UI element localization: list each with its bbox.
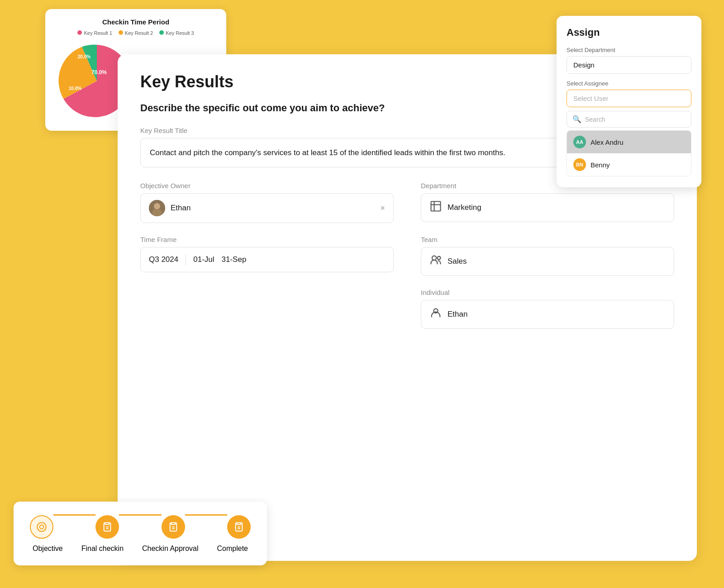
workflow-step-complete[interactable] <box>227 515 251 539</box>
svg-rect-17 <box>171 522 175 524</box>
team-icon <box>429 254 442 269</box>
step-label-complete: Complete <box>217 545 248 553</box>
team-input[interactable]: Sales <box>421 247 674 276</box>
dept-field-label: Select Department <box>567 47 691 53</box>
individual-label: Individual <box>421 289 674 296</box>
legend-kr3: Key Result 3 <box>159 30 194 36</box>
timeframe-divider <box>186 254 186 265</box>
timeframe-start: 01-Jul <box>193 255 214 264</box>
objective-owner-clear[interactable]: × <box>380 204 385 213</box>
team-label: Team <box>421 236 674 243</box>
assignee-field-label: Select Assignee <box>567 80 691 87</box>
individual-field: Individual Ethan <box>421 289 674 329</box>
user-option-benny[interactable]: BN Benny <box>567 153 691 176</box>
select-placeholder: Select User <box>573 95 609 102</box>
svg-text:10.0%: 10.0% <box>69 86 81 91</box>
search-box[interactable]: 🔍 Search <box>567 111 691 128</box>
svg-text:70.0%: 70.0% <box>91 69 107 76</box>
dept-input[interactable] <box>567 56 691 74</box>
svg-point-10 <box>438 256 441 260</box>
objective-step-circle <box>30 515 53 539</box>
step-line-1 <box>53 514 95 516</box>
workflow-step-checkin[interactable] <box>95 515 119 539</box>
step-line-2 <box>119 514 161 516</box>
workflow-step-approval[interactable] <box>162 515 185 539</box>
user-avatar-aa: AA <box>573 136 586 148</box>
assignee-select[interactable]: Select User <box>567 90 691 107</box>
pie-chart-title: Checkin Time Period <box>56 18 215 26</box>
svg-point-5 <box>152 209 162 216</box>
individual-value: Ethan <box>448 310 467 319</box>
approval-step-circle <box>162 515 185 539</box>
team-value: Sales <box>448 257 467 266</box>
step-label-objective: Objective <box>33 545 63 553</box>
department-input[interactable]: Marketing <box>421 193 674 222</box>
complete-step-circle <box>227 515 251 539</box>
svg-point-13 <box>40 525 44 529</box>
pie-legend: Key Result 1 Key Result 2 Key Result 3 <box>56 30 215 36</box>
objective-owner-input[interactable]: Ethan × <box>140 193 394 223</box>
svg-rect-14 <box>105 522 110 524</box>
svg-point-4 <box>154 203 160 209</box>
step-label-approval: Checkin Approval <box>142 545 199 553</box>
workflow-card: Objective Final checkin Checkin Approval… <box>14 502 267 565</box>
user-avatar-bn: BN <box>573 158 586 171</box>
timeframe-end: 31-Sep <box>222 255 247 264</box>
objective-owner-label: Objective Owner <box>140 182 394 190</box>
timeframe-field: Time Frame Q3 2024 01-Jul 31-Sep <box>140 236 394 276</box>
individual-input[interactable]: Ethan <box>421 300 674 329</box>
step-line-3 <box>185 514 227 516</box>
legend-kr2: Key Result 2 <box>119 30 153 36</box>
svg-rect-20 <box>237 522 241 524</box>
avatar <box>149 200 165 216</box>
svg-point-12 <box>37 522 46 531</box>
person-icon <box>429 307 442 322</box>
search-icon: 🔍 <box>572 115 581 123</box>
workflow-step-objective[interactable] <box>30 515 53 539</box>
user-option-alex[interactable]: AA Alex Andru <box>567 131 691 153</box>
svg-text:20.0%: 20.0% <box>78 54 90 59</box>
user-name-alex: Alex Andru <box>591 138 624 146</box>
assign-card: Assign Select Department Select Assignee… <box>557 16 701 187</box>
checkin-step-circle <box>95 515 119 539</box>
step-label-checkin: Final checkin <box>81 545 124 553</box>
objective-owner-field: Objective Owner Ethan × <box>140 182 394 223</box>
department-value: Marketing <box>448 203 481 212</box>
building-icon <box>429 200 442 215</box>
svg-point-9 <box>432 256 436 260</box>
search-placeholder: Search <box>585 116 605 123</box>
objective-owner-value: Ethan <box>171 204 191 213</box>
workflow-steps <box>30 514 251 539</box>
legend-kr1: Key Result 1 <box>77 30 112 36</box>
assign-title: Assign <box>567 27 691 38</box>
timeframe-label: Time Frame <box>140 236 394 243</box>
user-name-benny: Benny <box>591 161 610 169</box>
user-dropdown: AA Alex Andru BN Benny <box>567 130 691 176</box>
form-grid: Objective Owner Ethan × Department <box>140 182 674 329</box>
timeframe-period: Q3 2024 <box>149 255 178 264</box>
workflow-labels: Objective Final checkin Checkin Approval… <box>30 545 251 553</box>
svg-rect-6 <box>431 202 441 211</box>
timeframe-input[interactable]: Q3 2024 01-Jul 31-Sep <box>140 247 394 272</box>
department-field: Department Marketing <box>421 182 674 223</box>
team-field: Team Sales <box>421 236 674 276</box>
